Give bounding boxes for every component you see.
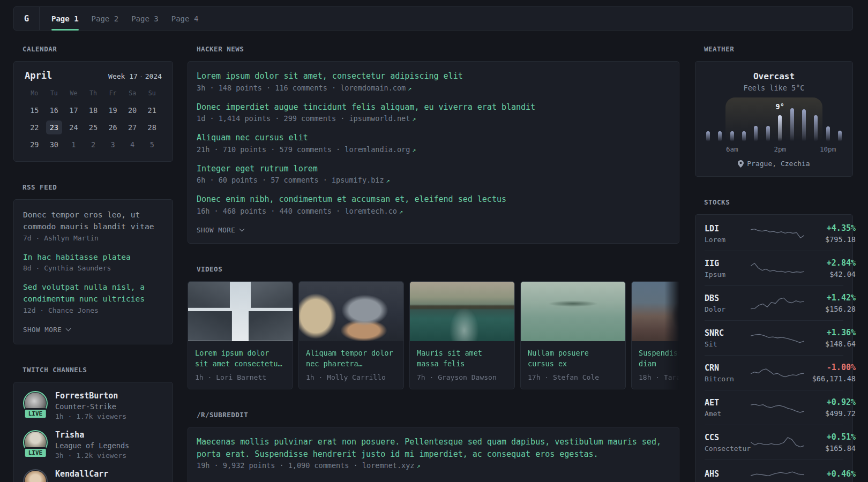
video-title[interactable]: Suspendisse diam <box>639 348 679 370</box>
stock-row[interactable]: AETAmet +0.92%$499.72 <box>705 390 843 425</box>
twitch-channel-name[interactable]: Trisha <box>55 430 129 440</box>
video-meta: 17h · Stefan Cole <box>528 373 618 381</box>
twitch-channel-row[interactable]: LIVE ForrestBurton Counter-Strike 1h · 1… <box>23 391 163 420</box>
video-card[interactable]: Aliquam tempor dolor nec pharetra… 1h · … <box>298 281 404 390</box>
calendar-day: 25 <box>85 120 101 134</box>
calendar-day: 28 <box>144 120 160 134</box>
video-thumbnail[interactable] <box>632 282 679 341</box>
stock-row[interactable]: IIGIpsum +2.84%$42.04 <box>705 251 843 285</box>
hn-item: Aliquam nec cursus elit 21h · 710 points… <box>197 132 670 154</box>
stock-row[interactable]: CRNBitcorn -1.00%$66,171.48 <box>705 355 843 390</box>
twitch-channel-row[interactable]: KendallCarr <box>23 469 163 482</box>
stocks-widget: STOCKS LDILorem +4.35%$795.18 IIGIpsum +… <box>695 198 853 482</box>
stock-sparkline <box>751 225 804 242</box>
stock-row[interactable]: AHS +0.46% <box>705 460 843 482</box>
tab-page-2[interactable]: Page 2 <box>92 7 119 30</box>
video-title[interactable]: Aliquam tempor dolor nec pharetra… <box>306 348 396 370</box>
video-title[interactable]: Mauris sit amet massa felis <box>417 348 507 370</box>
stock-symbol[interactable]: CRN <box>705 363 751 373</box>
video-title[interactable]: Lorem ipsum dolor sit amet consectetu… <box>195 348 286 370</box>
rss-show-more-button[interactable]: SHOW MORE <box>23 326 70 334</box>
twitch-channel-name[interactable]: ForrestBurton <box>55 391 126 401</box>
hn-domain-link[interactable]: ipsumworld.net <box>349 114 410 123</box>
nav-tabs: Page 1 Page 2 Page 3 Page 4 <box>51 7 198 30</box>
rss-item-title[interactable]: Sed volutpat nulla nisl, a condimentum n… <box>23 282 163 305</box>
hn-domain-link[interactable]: loremlandia.org <box>345 145 410 154</box>
stock-symbol[interactable]: SNRC <box>705 328 751 338</box>
video-thumbnail[interactable] <box>299 282 403 341</box>
hn-item-title[interactable]: Integer eget rutrum lorem <box>197 163 670 175</box>
reddit-domain-link[interactable]: loremnet.xyz <box>362 461 415 470</box>
calendar-day: 16 <box>46 103 62 117</box>
stock-price: $66,171.48 <box>804 374 856 383</box>
video-card[interactable]: Nullam posuere cursus ex 17h · Stefan Co… <box>520 281 626 390</box>
stock-symbol[interactable]: LDI <box>705 224 751 234</box>
video-card[interactable]: Suspendisse diam 18h · Tara <box>631 281 679 390</box>
weekday-label: Sa <box>123 89 143 100</box>
stock-change: +1.36% <box>804 328 856 337</box>
videos-section-title: VIDEOS <box>197 265 679 273</box>
stock-row[interactable]: CCSConsectetur +0.51%$165.84 <box>705 425 843 460</box>
tab-page-4[interactable]: Page 4 <box>171 7 199 30</box>
rss-item-meta: 12d · Chance Jones <box>23 306 163 314</box>
twitch-channel-name[interactable]: KendallCarr <box>55 469 108 479</box>
calendar-day-next-month: 3 <box>105 138 121 152</box>
weather-time-label: 6am <box>726 145 738 153</box>
avatar <box>23 469 48 482</box>
stock-row[interactable]: LDILorem +4.35%$795.18 <box>705 216 843 251</box>
hn-domain-link[interactable]: loremdomain.com <box>340 84 406 92</box>
video-card[interactable]: Lorem ipsum dolor sit amet consectetu… 1… <box>188 281 293 390</box>
calendar-year: 2024 <box>145 72 162 80</box>
video-title[interactable]: Nullam posuere cursus ex <box>528 348 618 370</box>
tab-page-3[interactable]: Page 3 <box>131 7 159 30</box>
reddit-post-title[interactable]: Maecenas mollis pulvinar erat non posuer… <box>197 436 670 460</box>
stock-symbol[interactable]: IIG <box>705 259 751 268</box>
hn-item-title[interactable]: Donec enim nibh, condimentum et accumsan… <box>197 193 670 206</box>
calendar-month: April <box>25 70 52 81</box>
video-meta: 1h · Molly Carrillo <box>306 373 396 381</box>
video-thumbnail[interactable] <box>410 282 514 341</box>
tab-page-1[interactable]: Page 1 <box>51 7 79 30</box>
weather-bar <box>802 109 806 141</box>
stock-name: Consectetur <box>705 445 751 453</box>
video-thumbnail[interactable] <box>521 282 625 341</box>
hn-item-meta: 3h · 148 points · 116 comments · loremdo… <box>197 84 670 92</box>
hn-domain-link[interactable]: loremtech.co <box>345 207 397 215</box>
stock-symbol[interactable]: DBS <box>705 293 751 303</box>
hn-meta-text: 21h · 710 points · 579 comments · <box>197 145 340 154</box>
weather-bar <box>790 108 794 141</box>
external-link-icon: ↗ <box>399 208 403 215</box>
rss-section-title: RSS FEED <box>23 183 173 191</box>
live-badge: LIVE <box>24 408 48 419</box>
rss-item-title[interactable]: Donec tempor eros leo, ut commodo mauris… <box>23 209 163 233</box>
rss-widget: RSS FEED Donec tempor eros leo, ut commo… <box>13 183 173 344</box>
stock-symbol[interactable]: AHS <box>705 469 751 479</box>
twitch-channel-row[interactable]: LIVE Trisha League of Legends 3h · 1.2k … <box>23 430 163 460</box>
hn-item-title[interactable]: Lorem ipsum dolor sit amet, consectetur … <box>197 70 670 82</box>
stock-row[interactable]: DBSDolor +1.42%$156.28 <box>705 285 843 320</box>
middle-column: HACKER NEWS Lorem ipsum dolor sit amet, … <box>188 45 679 482</box>
stock-price: $156.28 <box>804 305 856 313</box>
stock-row[interactable]: SNRCSit +1.36%$148.64 <box>705 320 843 355</box>
rss-item: Sed volutpat nulla nisl, a condimentum n… <box>23 282 163 314</box>
video-thumbnail[interactable] <box>188 282 293 341</box>
hn-domain-link[interactable]: ipsumify.biz <box>332 176 384 184</box>
weekday-label: Th <box>84 89 103 100</box>
stock-price: $165.84 <box>804 444 856 453</box>
nav-divider <box>39 7 40 30</box>
video-card[interactable]: Mauris sit amet massa felis 7h · Grayson… <box>409 281 515 390</box>
twitch-channel-meta: 3h · 1.2k viewers <box>55 451 129 460</box>
calendar-day: 24 <box>65 120 81 134</box>
rss-item-title[interactable]: In hac habitasse platea <box>23 252 163 263</box>
hn-item-title[interactable]: Donec imperdiet augue tincidunt felis al… <box>197 101 670 114</box>
hn-meta-text: 1d · 1,414 points · 299 comments · <box>197 114 345 123</box>
rss-item: Donec tempor eros leo, ut commodo mauris… <box>23 209 163 242</box>
hn-item-title[interactable]: Aliquam nec cursus elit <box>197 132 670 144</box>
hn-show-more-button[interactable]: SHOW MORE <box>197 226 244 234</box>
subreddit-section-title: /R/SUBREDDIT <box>197 411 679 419</box>
weather-bar <box>730 131 734 141</box>
hn-section-title: HACKER NEWS <box>197 45 679 53</box>
stock-symbol[interactable]: CCS <box>705 433 751 442</box>
stock-symbol[interactable]: AET <box>705 398 751 408</box>
twitch-channel-category: League of Legends <box>55 441 129 450</box>
